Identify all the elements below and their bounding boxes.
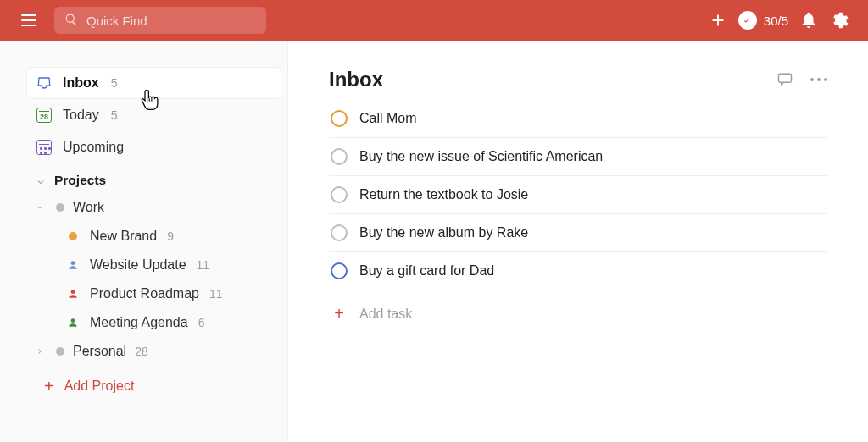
settings-button[interactable] (824, 5, 854, 36)
project-label: Meeting Agenda (90, 315, 188, 330)
svg-point-1 (71, 290, 75, 294)
task-title: Buy a gift card for Dad (359, 263, 494, 279)
task-checkbox[interactable] (331, 148, 348, 165)
chevron-right-icon (32, 347, 47, 356)
project-count: 6 (198, 316, 205, 329)
project-personal[interactable]: Personal 28 (27, 337, 281, 366)
project-color-dot (56, 347, 64, 356)
task-checkbox[interactable] (331, 110, 348, 127)
app-header: 30/5 (0, 0, 868, 41)
task-title: Return the textbook to Josie (359, 187, 528, 202)
comment-icon[interactable] (776, 70, 793, 90)
sidebar: Inbox 5 28 Today 5 Upcoming Projects (0, 41, 288, 442)
inbox-icon (36, 75, 53, 91)
check-circle-icon (738, 11, 757, 30)
task-title: Buy the new album by Rake (359, 225, 528, 240)
project-count: 28 (135, 345, 148, 358)
sidebar-item-label: Today (63, 108, 99, 123)
plus-icon: + (331, 304, 348, 323)
chevron-down-icon (32, 203, 47, 212)
search-icon (64, 13, 78, 29)
task-row[interactable]: Buy a gift card for Dad (329, 252, 827, 290)
project-label: Product Roadmap (90, 286, 199, 301)
more-options-button[interactable] (810, 78, 827, 81)
sidebar-item-upcoming[interactable]: Upcoming (27, 132, 281, 163)
sidebar-item-count: 5 (111, 76, 118, 90)
plus-icon: + (44, 378, 54, 395)
task-row[interactable]: Return the textbook to Josie (329, 176, 827, 214)
notifications-button[interactable] (793, 5, 824, 36)
svg-point-2 (71, 318, 75, 323)
subproject-new-brand[interactable]: New Brand 9 (27, 222, 281, 251)
task-title: Call Mom (359, 111, 417, 126)
menu-button[interactable] (15, 7, 42, 34)
person-icon (66, 288, 80, 300)
project-label: Work (73, 200, 104, 215)
karma-button[interactable]: 30/5 (738, 11, 788, 30)
task-checkbox[interactable] (331, 224, 348, 241)
project-count: 11 (197, 258, 210, 272)
project-color-dot (56, 203, 64, 212)
sidebar-item-today[interactable]: 28 Today 5 (27, 100, 281, 130)
project-count: 9 (167, 229, 174, 243)
subproject-website-update[interactable]: Website Update 11 (27, 251, 281, 279)
svg-rect-3 (779, 74, 792, 82)
page-title: Inbox (329, 68, 383, 91)
sidebar-item-count: 5 (111, 108, 118, 122)
calendar-upcoming-icon (36, 139, 53, 156)
project-count: 11 (209, 287, 223, 301)
person-icon (66, 317, 80, 329)
calendar-today-icon: 28 (36, 107, 53, 124)
project-work[interactable]: Work (27, 193, 281, 222)
svg-point-0 (71, 261, 75, 265)
projects-section-header[interactable]: Projects (27, 164, 281, 193)
subproject-product-roadmap[interactable]: Product Roadmap 11 (27, 279, 281, 308)
add-project-label: Add Project (64, 378, 135, 394)
task-row[interactable]: Call Mom (329, 107, 827, 138)
task-title: Buy the new issue of Scientific American (359, 149, 603, 164)
sidebar-item-label: Upcoming (63, 140, 124, 155)
menu-icon (21, 14, 36, 26)
add-task-header-button[interactable] (703, 5, 733, 36)
chevron-down-icon (36, 175, 46, 185)
sidebar-item-label: Inbox (63, 75, 99, 91)
task-row[interactable]: Buy the new issue of Scientific American (329, 138, 827, 176)
add-task-label: Add task (359, 307, 412, 322)
task-checkbox[interactable] (331, 262, 348, 279)
project-color-dot (66, 232, 80, 240)
search-input[interactable] (86, 14, 239, 28)
task-row[interactable]: Buy the new album by Rake (329, 214, 827, 252)
person-icon (66, 259, 80, 271)
content-area: Inbox Call Mom Buy the new issue of Scie… (288, 41, 868, 442)
project-label: Personal (73, 344, 126, 359)
karma-count: 30/5 (764, 14, 788, 28)
sidebar-item-inbox[interactable]: Inbox 5 (27, 68, 281, 98)
subproject-meeting-agenda[interactable]: Meeting Agenda 6 (27, 308, 281, 337)
section-label: Projects (54, 173, 106, 188)
add-project-button[interactable]: + Add Project (27, 378, 281, 395)
project-label: Website Update (90, 257, 186, 273)
task-list: Call Mom Buy the new issue of Scientific… (329, 107, 827, 290)
project-label: New Brand (90, 229, 157, 244)
add-task-button[interactable]: + Add task (329, 290, 827, 337)
task-checkbox[interactable] (331, 186, 348, 203)
search-box[interactable] (54, 7, 266, 34)
